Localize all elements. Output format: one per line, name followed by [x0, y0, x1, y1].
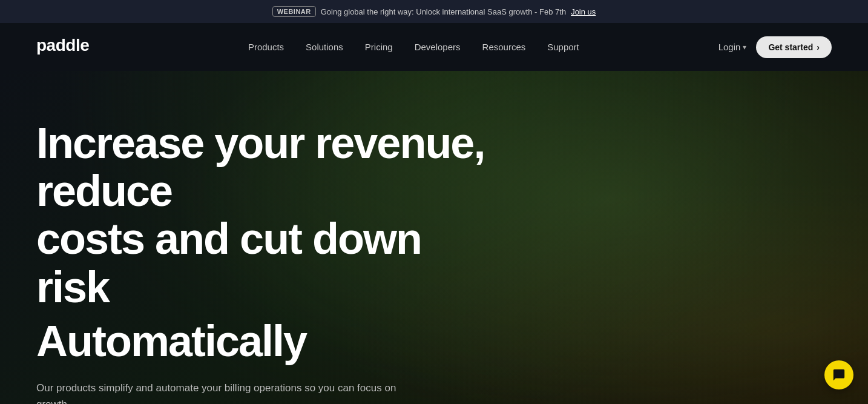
nav-resources[interactable]: Resources	[482, 42, 526, 52]
nav-links: Products Solutions Pricing Developers Re…	[248, 42, 579, 53]
announcement-text: Going global the right way: Unlock inter…	[321, 7, 566, 16]
hero-description: Our products simplify and automate your …	[36, 380, 399, 404]
nav-right: Login ▾ Get started ›	[718, 36, 832, 58]
svg-text:paddle: paddle	[36, 36, 89, 55]
hero-title: Increase your revenue, reduce costs and …	[36, 119, 490, 311]
chat-icon	[832, 368, 846, 382]
announcement-cta[interactable]: Join us	[571, 7, 596, 16]
nav-pricing[interactable]: Pricing	[365, 42, 393, 52]
nav-support[interactable]: Support	[547, 42, 579, 52]
navbar: paddle Products Solutions Pricing Develo…	[0, 23, 868, 71]
logo[interactable]: paddle	[36, 34, 109, 60]
nav-developers[interactable]: Developers	[415, 42, 461, 52]
nav-products[interactable]: Products	[248, 42, 284, 52]
hero-section: Increase your revenue, reduce costs and …	[0, 71, 868, 404]
announcement-bar: WEBINAR Going global the right way: Unlo…	[0, 0, 868, 23]
arrow-right-icon: ›	[817, 42, 820, 52]
get-started-button[interactable]: Get started ›	[756, 36, 832, 58]
chat-support-button[interactable]	[824, 360, 853, 389]
login-button[interactable]: Login ▾	[718, 42, 747, 52]
nav-solutions[interactable]: Solutions	[306, 42, 343, 52]
hero-subtitle: Automatically	[36, 317, 832, 365]
webinar-badge: WEBINAR	[272, 6, 316, 17]
get-started-label: Get started	[768, 42, 813, 52]
chevron-down-icon: ▾	[743, 43, 746, 51]
login-label: Login	[718, 42, 741, 52]
